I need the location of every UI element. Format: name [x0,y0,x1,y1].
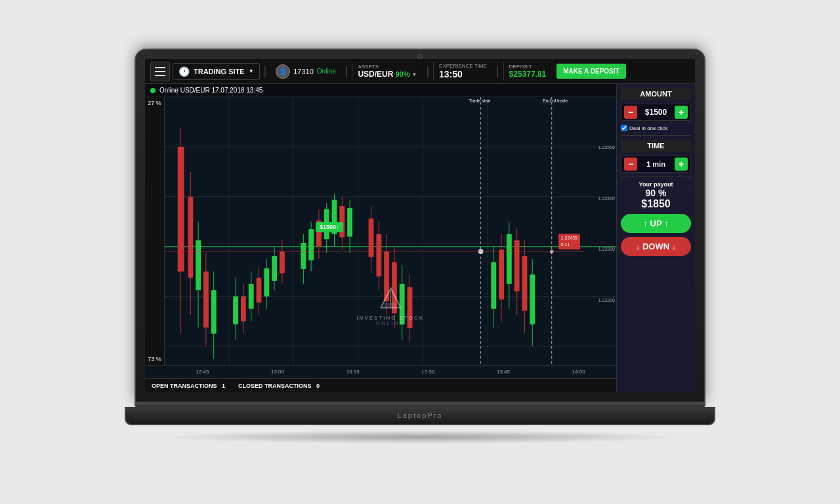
current-price-label: 1.22435 0:11 [558,234,580,250]
assets-section[interactable]: ASSETS USD/EUR 90% ▼ [352,62,422,80]
hamburger-menu[interactable] [150,62,170,81]
make-deposit-button[interactable]: MAKE A DEPOSIT [556,64,625,79]
svg-rect-21 [211,290,217,333]
x-label-2: 13:15 [346,369,360,375]
svg-rect-27 [249,284,254,309]
chart-wrapper: Online USD/EUR 17.07.2018 13:45 27 % 73 … [145,84,616,392]
svg-rect-59 [400,284,405,325]
svg-rect-39 [308,229,314,260]
price-level-2: 1.22400 [598,196,615,201]
panel-divider-2 [621,177,691,177]
svg-rect-53 [376,234,381,277]
x-label-4: 13:45 [497,369,510,375]
price-level-3: 1.22300 [598,247,615,251]
up-button[interactable]: ↑ UP ↑ [621,214,691,233]
laptop-brand: LaptopPro [398,411,443,419]
end-of-trade-label: End of trade [539,98,572,103]
experience-time-section: EXPERIENCE TIME 13:50 [433,62,492,81]
trade-start-label: Trade start [467,98,493,103]
candlestick-chart [165,97,616,365]
svg-rect-61 [408,287,413,328]
panel-divider [621,135,691,136]
svg-rect-65 [499,249,504,299]
svg-rect-13 [178,147,184,272]
svg-rect-29 [257,278,262,303]
svg-rect-69 [514,240,520,291]
closed-transactions: CLOSED TRANSACTIONS 0 [238,383,320,389]
svg-rect-37 [301,243,306,269]
svg-rect-23 [233,297,238,325]
online-indicator [150,88,156,93]
payout-amount: $1850 [621,198,691,210]
svg-rect-67 [507,234,512,284]
exp-time-label: EXPERIENCE TIME [439,63,487,69]
svg-rect-25 [241,297,246,322]
assets-label: ASSETS [358,64,417,70]
y-top-pct: 27 % [146,100,163,106]
amount-decrease-button[interactable]: − [624,106,637,119]
x-label-5: 14:00 [572,369,585,375]
x-axis: 12:45 13:00 13:15 13:30 13:45 14:00 [145,365,616,378]
time-control: − 1 min + [621,156,691,173]
deposit-section: DEPOSIT $25377.81 [503,62,552,80]
amount-control: − $1500 + [621,104,691,121]
dropdown-icon: ▼ [249,68,254,74]
right-panel: AMOUNT − $1500 + Deal in one click [616,84,695,392]
price-value: 1.22435 [561,236,578,242]
svg-rect-49 [347,208,352,237]
payout-title: Your payout [621,181,691,188]
laptop-camera [417,54,423,59]
svg-rect-15 [188,197,193,278]
chart-header: Online USD/EUR 17.07.2018 13:45 [145,84,616,97]
trading-site-button[interactable]: 🕐 TRADING SITE ▼ [173,63,260,80]
clock-icon: 🕐 [178,66,190,77]
laptop-lid: 🕐 TRADING SITE ▼ | 👤 17310 Online | ASSE… [135,49,705,403]
time-increase-button[interactable]: + [675,158,688,171]
deposit-label: DEPOSIT [509,64,547,70]
x-label-3: 13:30 [421,369,434,375]
chart-canvas[interactable]: Trade start End of trade $1500↑ [165,97,616,365]
laptop-base: LaptopPro [125,407,715,425]
svg-rect-55 [384,251,389,301]
assets-pair: USD/EUR [358,70,393,79]
payout-section: Your payout 90 % $1850 [621,181,691,210]
assets-value-row: USD/EUR 90% ▼ [358,70,417,79]
nav-divider-2: | [345,64,348,78]
open-transactions: OPEN TRANSACTIONS 1 [152,383,225,389]
svg-rect-19 [203,272,209,327]
amount-increase-button[interactable]: + [675,106,688,119]
trading-app: 🕐 TRADING SITE ▼ | 👤 17310 Online | ASSE… [145,59,695,392]
user-info[interactable]: 👤 17310 Online [270,62,341,81]
laptop-shadow [158,430,682,444]
laptop-container: 🕐 TRADING SITE ▼ | 👤 17310 Online | ASSE… [125,49,715,455]
svg-rect-71 [522,256,528,310]
deal-one-click[interactable]: Deal in one click [621,125,691,131]
deposit-value: $25377.81 [509,70,547,79]
exp-time-value: 13:50 [439,69,487,79]
nav-divider-3: | [426,64,429,78]
x-axis-labels: 12:45 13:00 13:15 13:30 13:45 14:00 [165,369,616,375]
user-status: Online [317,68,336,75]
trade-annotation: $1500↑ [316,222,343,232]
payout-pct: 90 % [621,188,691,198]
svg-rect-17 [196,240,201,290]
user-avatar: 👤 [276,64,290,79]
time-title: TIME [621,140,691,152]
svg-rect-31 [264,268,269,297]
assets-pct: 90% [395,70,410,78]
trading-site-label: TRADING SITE [194,68,245,75]
svg-rect-33 [272,256,277,281]
y-axis-left: 27 % 73 % [145,97,165,365]
time-decrease-button[interactable]: − [624,158,637,171]
amount-title: AMOUNT [621,88,691,100]
price-level-4: 1.22200 [598,298,615,303]
deal-one-click-checkbox[interactable] [621,125,627,131]
x-label-0: 12:45 [196,369,209,375]
time-value: 1 min [646,160,665,168]
amount-value: $1500 [645,108,667,117]
deal-one-click-label: Deal in one click [629,125,667,131]
svg-rect-63 [491,262,496,308]
main-content: Online USD/EUR 17.07.2018 13:45 27 % 73 … [145,84,695,392]
down-button[interactable]: ↓ DOWN ↓ [621,237,691,256]
chart-title: Online USD/EUR 17.07.2018 13:45 [159,87,262,94]
